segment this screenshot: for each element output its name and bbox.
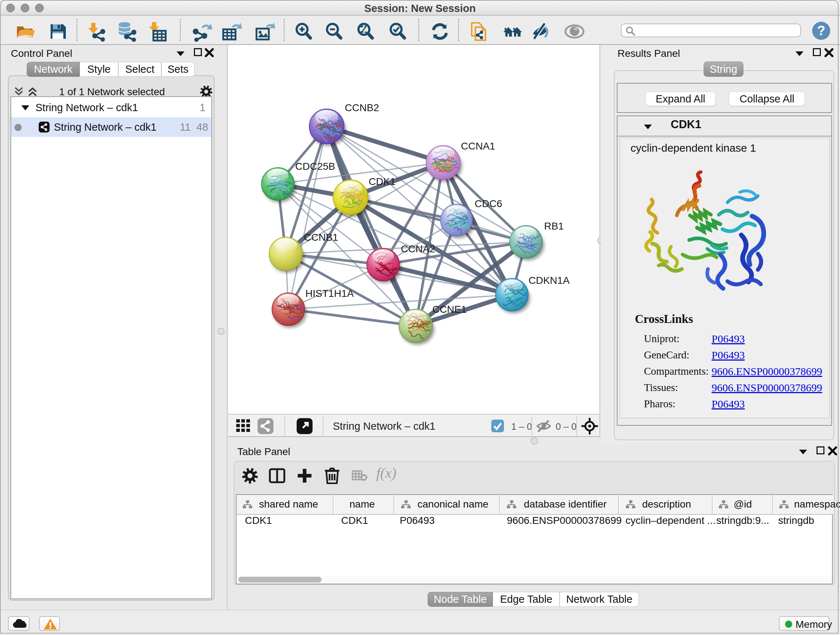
svg-text:CCNA2: CCNA2 [401, 243, 435, 255]
svg-text:CCNE1: CCNE1 [432, 304, 467, 315]
svg-text:CDC6: CDC6 [475, 198, 502, 209]
svg-text:CDK1: CDK1 [369, 176, 396, 187]
svg-text:?: ? [817, 23, 826, 38]
svg-text:CDC25B: CDC25B [295, 161, 335, 172]
svg-text:CCNB1: CCNB1 [304, 232, 338, 243]
svg-text:RB1: RB1 [544, 220, 564, 232]
svg-text:CDKN1A: CDKN1A [529, 275, 570, 286]
svg-text:CCNB2: CCNB2 [345, 102, 379, 113]
svg-text:HIST1H1A: HIST1H1A [305, 288, 354, 299]
svg-text:CCNA1: CCNA1 [461, 141, 495, 152]
